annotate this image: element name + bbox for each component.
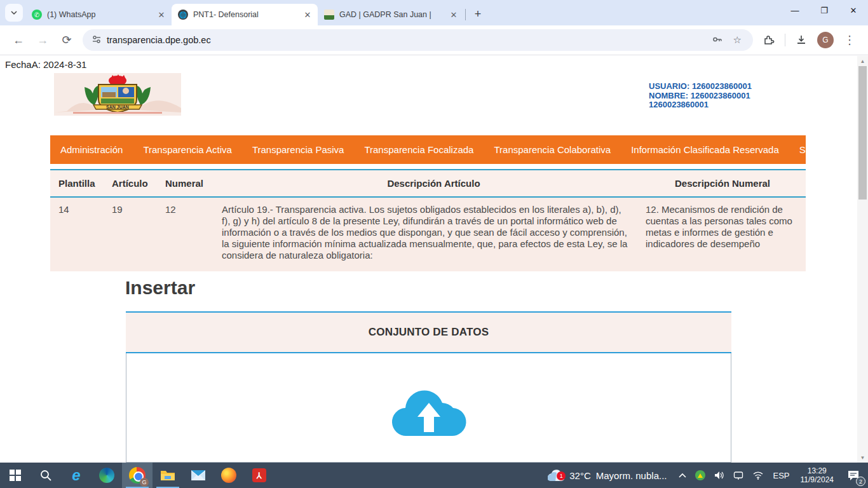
nav-transparencia-colaborativa[interactable]: Transparencia Colaborativa bbox=[494, 144, 611, 155]
col-numeral: Numeral bbox=[165, 178, 222, 189]
tab-title: (1) WhatsApp bbox=[47, 10, 156, 19]
tab-gad-san-juan[interactable]: GAD | GADPR San Juan | ✕ bbox=[318, 4, 464, 25]
gad-logo-icon bbox=[324, 10, 334, 20]
site-info-icon[interactable] bbox=[92, 34, 102, 46]
globe-icon: 🌐 bbox=[178, 10, 188, 20]
mail-icon bbox=[191, 470, 206, 481]
scrollbar-thumb[interactable] bbox=[858, 66, 867, 200]
downloads-icon[interactable] bbox=[790, 29, 812, 51]
svg-text:SAN JUAN: SAN JUAN bbox=[106, 105, 129, 109]
back-button[interactable]: ← bbox=[8, 29, 29, 51]
weather-cloud-icon: 1 bbox=[548, 469, 564, 482]
close-window-button[interactable]: ✕ bbox=[839, 0, 868, 20]
reload-button[interactable]: ⟳ bbox=[56, 29, 78, 51]
tab-search-button[interactable] bbox=[5, 4, 23, 22]
notification-center[interactable]: 2 bbox=[841, 463, 865, 488]
article-table: Plantilla Artículo Numeral Descripción A… bbox=[50, 169, 806, 271]
whatsapp-icon: ✆ bbox=[32, 10, 42, 20]
dataset-panel-title: CONJUNTO DE DATOS bbox=[369, 326, 489, 339]
taskbar-search-button[interactable] bbox=[31, 463, 61, 488]
toolbar-divider bbox=[785, 34, 785, 46]
tray-language[interactable]: ESP bbox=[770, 463, 792, 488]
taskbar-internet-explorer[interactable]: e bbox=[61, 463, 92, 488]
cloud-upload-icon[interactable] bbox=[384, 381, 473, 442]
page-content: FechaA: 2024-8-31 SAN JUAN USUARIO: 1260… bbox=[0, 56, 868, 463]
tray-volume[interactable] bbox=[711, 463, 728, 488]
window-controls: — ❐ ✕ bbox=[780, 0, 868, 20]
file-explorer-icon bbox=[160, 469, 175, 482]
tray-cast[interactable] bbox=[730, 463, 747, 488]
tab-pnt1-defensorial[interactable]: 🌐 PNT1- Defensorial ✕ bbox=[172, 4, 318, 25]
nav-administracion[interactable]: Administración bbox=[60, 144, 123, 155]
taskbar-acrobat[interactable]: ⅄ bbox=[244, 463, 275, 488]
scroll-up-arrow[interactable]: ▲ bbox=[857, 56, 868, 66]
tray-clock[interactable]: 13:29 11/9/2024 bbox=[796, 466, 839, 484]
weather-desc: Mayorm. nubla... bbox=[596, 470, 667, 481]
nav-transparencia-activa[interactable]: Transparencia Activa bbox=[143, 144, 232, 155]
nav-transparencia-focalizada[interactable]: Transparencia Focalizada bbox=[364, 144, 473, 155]
internet-explorer-icon: e bbox=[72, 466, 80, 484]
wifi-icon bbox=[752, 471, 764, 480]
antivirus-icon bbox=[695, 470, 705, 480]
windows-taskbar: e G ⅄ 1 32°C Mayorm. nubla... bbox=[0, 463, 868, 488]
menu-kebab-icon[interactable]: ⋮ bbox=[839, 29, 860, 51]
tab-title: PNT1- Defensorial bbox=[193, 10, 302, 19]
notification-count-badge: 2 bbox=[856, 477, 865, 486]
tab-title: GAD | GADPR San Juan | bbox=[339, 10, 449, 19]
nav-transparencia-pasiva[interactable]: Transparencia Pasiva bbox=[252, 144, 344, 155]
user-info: USUARIO: 1260023860001 NOMBRE: 126002386… bbox=[649, 82, 808, 110]
cell-descripcion-articulo: Artículo 19.- Transparencia activa. Los … bbox=[222, 204, 646, 261]
dataset-panel-header: CONJUNTO DE DATOS bbox=[126, 311, 731, 353]
taskbar-file-explorer[interactable] bbox=[153, 463, 183, 488]
chevron-up-icon bbox=[679, 473, 686, 478]
url-text[interactable]: transparencia.dpe.gob.ec bbox=[107, 35, 707, 45]
taskbar-chrome[interactable]: G bbox=[122, 463, 153, 488]
browser-toolbar: ← → ⟳ transparencia.dpe.gob.ec ☆ G ⋮ bbox=[0, 25, 868, 55]
nav-salir[interactable]: Salir bbox=[799, 144, 818, 155]
close-icon[interactable]: ✕ bbox=[302, 10, 313, 20]
date-label: FechaA: 2024-8-31 bbox=[5, 59, 86, 70]
forward-button[interactable]: → bbox=[32, 29, 53, 51]
col-plantilla: Plantilla bbox=[58, 178, 112, 189]
user-name-line: NOMBRE: 1260023860001 1260023860001 bbox=[649, 92, 808, 110]
taskbar-weather[interactable]: 1 32°C Mayorm. nubla... bbox=[541, 469, 673, 482]
gad-san-juan-logo: SAN JUAN bbox=[54, 73, 181, 116]
table-header-row: Plantilla Artículo Numeral Descripción A… bbox=[50, 169, 806, 198]
tray-antivirus[interactable] bbox=[692, 463, 709, 488]
main-navigation: Administración Transparencia Activa Tran… bbox=[50, 135, 806, 164]
start-button[interactable] bbox=[0, 463, 31, 488]
taskbar-firefox[interactable] bbox=[214, 463, 244, 488]
taskbar-edge[interactable] bbox=[92, 463, 122, 488]
nav-informacion-clasificada[interactable]: Información Clasificada Reservada bbox=[631, 144, 779, 155]
acrobat-icon: ⅄ bbox=[252, 468, 266, 482]
extensions-icon[interactable] bbox=[758, 29, 780, 51]
cell-articulo: 19 bbox=[112, 204, 165, 261]
tray-chevron-up[interactable] bbox=[675, 463, 689, 488]
bookmark-star-icon[interactable]: ☆ bbox=[733, 34, 742, 46]
chrome-profile-badge: G bbox=[140, 478, 149, 487]
password-key-icon[interactable] bbox=[712, 34, 723, 47]
clock-time: 13:29 bbox=[801, 466, 834, 475]
scroll-down-arrow[interactable]: ▼ bbox=[857, 452, 868, 463]
tab-whatsapp[interactable]: ✆ (1) WhatsApp ✕ bbox=[25, 4, 172, 25]
cell-plantilla: 14 bbox=[58, 204, 112, 261]
profile-avatar[interactable]: G bbox=[817, 32, 834, 48]
cast-display-icon bbox=[733, 471, 743, 480]
new-tab-button[interactable]: + bbox=[470, 6, 486, 22]
minimize-button[interactable]: — bbox=[780, 0, 810, 20]
page-scrollbar[interactable]: ▲ ▼ bbox=[857, 56, 868, 463]
windows-logo-icon bbox=[10, 470, 21, 481]
tray-wifi[interactable] bbox=[749, 463, 767, 488]
speaker-icon bbox=[714, 471, 724, 480]
address-bar[interactable]: transparencia.dpe.gob.ec ☆ bbox=[83, 29, 753, 51]
close-icon[interactable]: ✕ bbox=[156, 10, 166, 20]
restore-button[interactable]: ❐ bbox=[810, 0, 839, 20]
tab-divider bbox=[465, 9, 466, 20]
close-icon[interactable]: ✕ bbox=[449, 10, 459, 20]
table-row: 14 19 12 Artículo 19.- Transparencia act… bbox=[50, 198, 806, 271]
cell-descripcion-numeral: 12. Mecanismos de rendición de cuentas a… bbox=[646, 204, 799, 261]
taskbar-mail[interactable] bbox=[183, 463, 214, 488]
search-icon bbox=[39, 469, 52, 482]
col-descripcion-numeral: Descripción Numeral bbox=[646, 178, 799, 189]
upload-dropzone[interactable] bbox=[126, 353, 731, 463]
